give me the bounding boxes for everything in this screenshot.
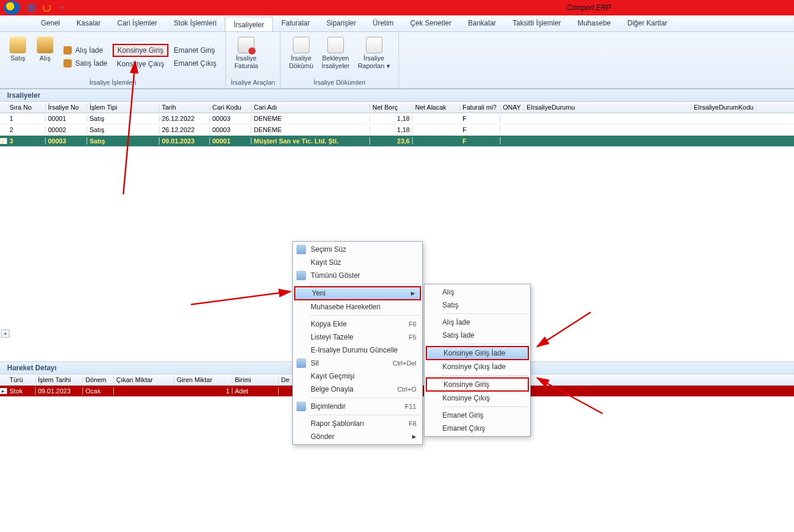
table-row[interactable]: 100001Satış26.12.202200003DENEME1,18F	[0, 113, 794, 124]
col-header[interactable]: EIrsaliyeDurumu	[524, 104, 691, 111]
konsinye-giris-button[interactable]: Konsinye Giriş	[113, 44, 168, 57]
menu-item[interactable]: Belge OnaylaCtrl+O	[294, 383, 421, 396]
faturala-button[interactable]: İrsaliye Faturala	[231, 34, 262, 79]
satis-iade-button[interactable]: Satış İade	[59, 57, 111, 69]
cell: DENEME	[251, 126, 370, 133]
separator	[441, 313, 528, 314]
menu-item-siparişler[interactable]: Siparişler	[318, 15, 364, 31]
menu-item-i̇rsaliyeler[interactable]: İrsaliyeler	[225, 17, 273, 31]
menu-item[interactable]: Alış İade	[426, 316, 529, 329]
col-header[interactable]: İrsaliye No	[46, 104, 87, 111]
menu-item-üretim[interactable]: Üretim	[365, 15, 402, 31]
cell: 00001	[46, 115, 87, 122]
menu-item-faturalar[interactable]: Faturalar	[273, 15, 318, 31]
col-header[interactable]: Faturali mi?	[460, 104, 500, 111]
menu-item-cari-i̇şlemler[interactable]: Cari İşlemler	[109, 15, 165, 31]
context-menu[interactable]: Seçimi SüzKayıt SüzTümünü GösterYeni▶Muh…	[292, 241, 423, 445]
menu-item-çek-senetler[interactable]: Çek Senetler	[402, 15, 460, 31]
menu-item[interactable]: BiçimlendirF11	[294, 400, 421, 413]
col-header[interactable]: Giren Miktar	[174, 376, 232, 383]
menu-item-taksitli-i̇şlemler[interactable]: Taksitli İşlemler	[505, 15, 569, 31]
label: İrsaliye Raporları ▾	[358, 55, 390, 70]
menu-item[interactable]: Listeyi TazeleF5	[294, 331, 421, 344]
menu-label: Belge Onayla	[311, 385, 353, 393]
emanet-cikis-button[interactable]: Emanet Çıkış	[170, 57, 221, 69]
dokumu-button[interactable]: İrsaliye Dökümü	[285, 34, 317, 79]
label: İrsaliye Faturala	[234, 55, 258, 70]
separator	[441, 375, 528, 376]
menu-item[interactable]: Emanet Çıkış	[426, 422, 529, 435]
col-header[interactable]: Tarih	[160, 104, 210, 111]
label: Alış İade	[75, 46, 103, 55]
menu-item-genel[interactable]: Genel	[33, 15, 68, 31]
separator	[441, 406, 528, 407]
cell: Adet	[232, 387, 279, 395]
menu-item[interactable]: Yeni▶	[294, 286, 421, 300]
col-header[interactable]: İşlem Tipi	[87, 104, 160, 111]
table-row[interactable]: ▸300003Satış09.01.202300001Müşteri San v…	[0, 136, 794, 147]
col-header[interactable]: EIrsaliyeDurumKodu	[691, 104, 757, 111]
menu-item[interactable]: Gönder▶	[294, 430, 421, 443]
menu-item-bankalar[interactable]: Bankalar	[460, 15, 504, 31]
menu-item[interactable]: Konsinye Çıkış İade	[426, 360, 529, 373]
menu-item[interactable]: Konsinye Giriş İade	[426, 346, 529, 360]
cell: 00003	[46, 137, 87, 145]
table-row[interactable]: 200002Satış26.12.202200003DENEME1,18F	[0, 124, 794, 136]
col-header[interactable]: Cari Adı	[251, 104, 370, 111]
col-header[interactable]: Cari Kodu	[210, 104, 251, 111]
satis-button[interactable]: Satış	[5, 34, 31, 79]
cell: 2	[7, 126, 46, 133]
menu-item[interactable]: Kopya EkleF6	[294, 318, 421, 331]
dropdown-icon[interactable]: ▾	[58, 4, 66, 12]
menu-icon	[296, 245, 306, 254]
label: Emanet Giriş	[174, 46, 215, 55]
col-header[interactable]: ONAY	[500, 104, 524, 111]
menu-item-diğer-kartlar[interactable]: Diğer Kartlar	[619, 15, 675, 31]
col-header[interactable]: Net Borç	[370, 104, 413, 111]
col-header[interactable]: Çıkan Miktar	[114, 376, 174, 383]
menu-label: Gönder	[311, 432, 334, 441]
menu-item[interactable]: Satış İade	[426, 329, 529, 342]
col-header[interactable]: İşlem Tarihi	[36, 376, 83, 383]
menu-item[interactable]: Kayıt Süz	[294, 256, 421, 269]
cell: Satış	[87, 126, 160, 133]
menu-label: Konsinye Çıkış İade	[442, 363, 506, 371]
menu-item[interactable]: Satış	[426, 299, 529, 312]
add-row-button[interactable]: +	[1, 329, 9, 338]
context-submenu-yeni[interactable]: AlışSatışAlış İadeSatış İadeKonsinye Gir…	[424, 284, 531, 437]
menu-item[interactable]: Rapor ŞablonlarıF8	[294, 417, 421, 430]
menu-item[interactable]: E-Irsaliye Durumu Güncelle	[294, 344, 421, 357]
loading-icon[interactable]	[43, 4, 51, 12]
menu-item[interactable]: Emanet Giriş	[426, 409, 529, 422]
emanet-giris-button[interactable]: Emanet Giriş	[170, 44, 221, 56]
menu-label: Kayıt Süz	[311, 258, 341, 267]
cell: 09.01.2023	[36, 387, 83, 395]
bekleyen-button[interactable]: Bekleyen İrsaliyeler	[318, 34, 353, 79]
refresh-icon[interactable]	[27, 4, 36, 12]
raporlari-button[interactable]: İrsaliye Raporları ▾	[354, 34, 393, 79]
menu-label: Konsinye Giriş	[444, 380, 489, 389]
col-header[interactable]: Net Alacak	[413, 104, 460, 111]
menu-item[interactable]: Konsinye Giriş	[426, 377, 529, 392]
menu-item-stok-i̇şlemleri[interactable]: Stok İşlemleri	[165, 15, 225, 31]
ribbon-group-irsaliye-islemleri: Satış Alış Alış İade Satış İade Konsinye…	[0, 32, 226, 88]
menu-item-muhasebe[interactable]: Muhasebe	[569, 15, 619, 31]
menu-item[interactable]: SilCtrl+Del	[294, 357, 421, 370]
alis-iade-button[interactable]: Alış İade	[59, 44, 111, 56]
menu-item[interactable]: Seçimi Süz	[294, 243, 421, 256]
col-header[interactable]: Sıra No	[7, 104, 46, 111]
menu-item[interactable]: Alış	[426, 286, 529, 299]
menu-item[interactable]: Tümünü Göster	[294, 269, 421, 282]
grid-header: Sıra No İrsaliye No İşlem Tipi Tarih Car…	[0, 102, 794, 113]
col-header[interactable]: Türü	[7, 376, 36, 383]
menu-label: Kayıt Geçmişi	[311, 372, 355, 380]
col-header[interactable]: Birimi	[232, 376, 279, 383]
menu-item[interactable]: Konsinye Çıkış	[426, 392, 529, 405]
konsinye-cikis-button[interactable]: Konsinye Çıkış	[113, 58, 168, 70]
menu-item[interactable]: Kayıt Geçmişi	[294, 370, 421, 383]
menu-item[interactable]: Muhasebe Hareketleri	[294, 300, 421, 313]
alis-button[interactable]: Alış	[32, 34, 58, 79]
cell: Müşteri San ve Tic. Ltd. Şti.	[251, 137, 370, 145]
menu-item-kasalar[interactable]: Kasalar	[68, 15, 109, 31]
col-header[interactable]: Dönem	[83, 376, 114, 383]
